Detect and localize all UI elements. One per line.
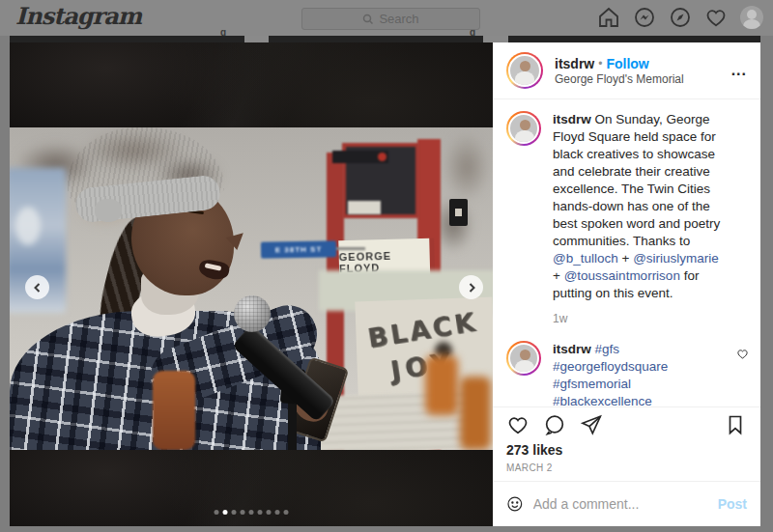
more-options-button[interactable]: ... bbox=[731, 66, 747, 75]
separator-dot: • bbox=[598, 57, 602, 70]
carousel-prev-button[interactable] bbox=[25, 275, 49, 299]
text-run: On Sunday, George Floyd Square held spac… bbox=[553, 112, 720, 248]
post-media-area: GEORGE FLOYD TRIAL IN 9 DAYS E 38TH ST B… bbox=[10, 42, 493, 526]
add-comment-section: Post bbox=[493, 481, 760, 526]
author-username[interactable]: itsdrw bbox=[555, 56, 594, 71]
carousel-dot[interactable] bbox=[267, 510, 272, 515]
carousel-dot[interactable] bbox=[232, 510, 237, 515]
letterbox-bottom bbox=[10, 450, 493, 526]
commenter-avatar bbox=[508, 343, 539, 374]
comment-like-heart-icon[interactable] bbox=[736, 347, 749, 364]
save-bookmark-icon[interactable] bbox=[724, 413, 747, 436]
comments-scroll-area[interactable]: itsdrw On Sunday, George Floyd Square he… bbox=[493, 99, 760, 406]
carousel-dots bbox=[215, 510, 289, 515]
post-header: itsdrw • Follow George Floyd's Memorial … bbox=[493, 42, 760, 99]
text-link[interactable]: @toussaintmorrison bbox=[564, 268, 680, 283]
comment-input[interactable] bbox=[533, 496, 708, 512]
post-location[interactable]: George Floyd's Memorial bbox=[555, 72, 720, 86]
carousel-dot[interactable] bbox=[258, 510, 263, 515]
instagram-logo[interactable]: Instagram bbox=[15, 2, 141, 30]
carousel-dot[interactable] bbox=[275, 510, 280, 515]
post-date: MARCH 2 bbox=[506, 462, 747, 473]
street-sign: E 38TH ST bbox=[261, 240, 336, 258]
activity-heart-icon[interactable] bbox=[704, 6, 728, 29]
text-link[interactable]: #gfsmemorial bbox=[553, 377, 631, 391]
commenter-avatar bbox=[508, 113, 539, 144]
top-nav-dimmed: Instagram Search bbox=[0, 0, 773, 36]
messenger-icon[interactable] bbox=[633, 6, 656, 29]
commenter-story-ring[interactable] bbox=[506, 111, 541, 146]
commenter-story-ring[interactable] bbox=[506, 341, 541, 376]
comment-button-icon[interactable] bbox=[543, 413, 566, 436]
author-avatar bbox=[508, 54, 541, 87]
text-link[interactable]: #blackexcellence bbox=[553, 394, 652, 406]
actions-section: 273 likes MARCH 2 bbox=[493, 406, 760, 481]
comment-body: itsdrw On Sunday, George Floyd Square he… bbox=[553, 111, 747, 327]
author-story-ring[interactable] bbox=[506, 52, 543, 89]
carousel-dot[interactable] bbox=[215, 510, 219, 515]
post-photo: GEORGE FLOYD TRIAL IN 9 DAYS E 38TH ST B… bbox=[10, 127, 493, 450]
caption-block: itsdrw On Sunday, George Floyd Square he… bbox=[506, 111, 747, 327]
likes-count[interactable]: 273 likes bbox=[506, 442, 747, 458]
search-placeholder: Search bbox=[379, 12, 418, 26]
post-modal: GEORGE FLOYD TRIAL IN 9 DAYS E 38TH ST B… bbox=[10, 42, 760, 526]
profile-avatar[interactable] bbox=[740, 6, 763, 29]
carousel-dot[interactable] bbox=[241, 510, 245, 515]
text-link[interactable]: #georgefloydsquare bbox=[553, 359, 668, 374]
letterbox-top bbox=[10, 42, 493, 127]
carousel-dot-active[interactable] bbox=[223, 510, 228, 515]
search-icon bbox=[362, 14, 374, 25]
text-run: + bbox=[618, 251, 633, 266]
carousel-dot[interactable] bbox=[284, 510, 289, 515]
follow-button[interactable]: Follow bbox=[606, 56, 648, 71]
carousel-dot[interactable] bbox=[249, 510, 254, 515]
text-run: + bbox=[553, 268, 564, 283]
like-button-heart-icon[interactable] bbox=[506, 413, 530, 436]
comment-timestamp: 1w bbox=[553, 310, 567, 327]
emoji-picker-icon[interactable] bbox=[506, 492, 524, 516]
share-button-icon[interactable] bbox=[580, 413, 603, 436]
carousel-next-button[interactable] bbox=[459, 275, 483, 299]
post-detail-panel: itsdrw • Follow George Floyd's Memorial … bbox=[493, 42, 760, 526]
text-link[interactable]: @b_tulloch bbox=[553, 251, 618, 266]
search-input[interactable]: Search bbox=[301, 8, 480, 30]
comment-body: itsdrw #gfs #georgefloydsquare #gfsmemor… bbox=[553, 341, 747, 406]
comment-row: itsdrw #gfs #georgefloydsquare #gfsmemor… bbox=[506, 341, 747, 406]
commenter-username[interactable]: itsdrw bbox=[553, 112, 595, 126]
comment-meta: 1w bbox=[553, 310, 728, 327]
commenter-username[interactable]: itsdrw bbox=[553, 342, 595, 356]
chevron-right-icon bbox=[467, 283, 476, 293]
home-icon[interactable] bbox=[597, 6, 620, 29]
text-link[interactable]: @siriuslymarie bbox=[633, 251, 719, 266]
post-comment-button[interactable]: Post bbox=[718, 496, 747, 512]
text-link[interactable]: #gfs bbox=[595, 342, 620, 356]
explore-icon[interactable] bbox=[669, 6, 692, 29]
chevron-left-icon bbox=[33, 283, 43, 293]
